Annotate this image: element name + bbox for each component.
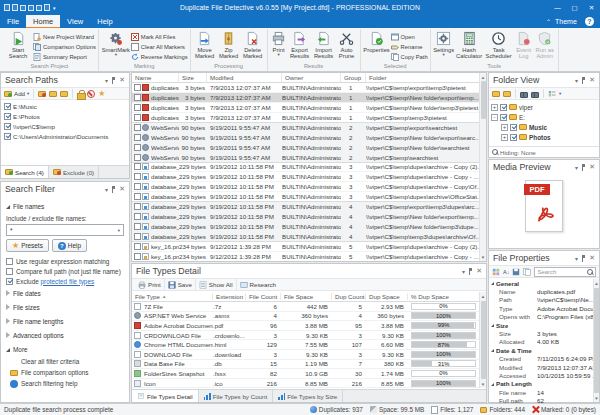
scroll-down-icon[interactable]: ▼ (480, 253, 487, 261)
row-checkbox[interactable] (134, 243, 141, 250)
filter-help-button[interactable]: ?Help (52, 239, 87, 252)
file-type-row[interactable]: Icon .ico 216 8.85 MB 216 8.85 MB 100% (132, 379, 479, 389)
file-type-row[interactable]: Chrome HTML Document .html 129 7.55 MB 1… (132, 340, 479, 350)
properties-scrollbar[interactable]: ▲ ▼ (593, 279, 599, 402)
run-as-admin-button[interactable]: Run as Admin (534, 30, 556, 60)
column-header-group[interactable]: Group (341, 73, 366, 82)
theme-selector[interactable]: Theme ▾ (555, 18, 581, 25)
properties-button[interactable]: Properties (363, 30, 391, 53)
row-checkbox[interactable] (134, 173, 141, 180)
hash-calculator-button[interactable]: Hash Calculator (455, 30, 484, 60)
panel-menu-icon[interactable]: ▾ (105, 77, 108, 84)
presets-button[interactable]: ★Presets (6, 239, 49, 252)
property-row[interactable]: TypeAdobe Acrobat Docu... (489, 304, 593, 312)
section-more[interactable]: More (6, 342, 124, 356)
properties-search-input[interactable]: Search (534, 267, 596, 277)
add-path-button[interactable]: Add▾ (4, 90, 29, 97)
tree-checkbox[interactable] (510, 134, 517, 141)
result-row[interactable]: database_162.png 229 bytes 9/19/2012 10:… (132, 222, 479, 232)
result-row[interactable]: database_162.png 229 bytes 9/19/2012 10:… (132, 212, 479, 222)
move-marked-button[interactable]: Move Marked (193, 30, 217, 60)
comparison-options-button[interactable]: Comparison Options (33, 42, 96, 51)
result-row[interactable]: duplicates.pdf 3 bytes 7/9/2013 12:07:37… (132, 103, 479, 113)
filter-more-item[interactable]: File comparison options (6, 367, 124, 378)
filter-more-item[interactable]: Clear all filter criteria (6, 356, 124, 367)
start-search-button[interactable]: Start Search (3, 30, 33, 60)
rename-button[interactable]: Rename (391, 42, 428, 51)
column-header-size[interactable]: Size (179, 73, 207, 82)
col-file-space[interactable]: File Space (281, 293, 332, 300)
tab-file-types-by-count[interactable]: File Types by Count (199, 390, 274, 402)
tree-expander[interactable]: - (491, 114, 498, 121)
delete-marked-button[interactable]: Delete Marked (241, 30, 265, 60)
column-header-owner[interactable]: Owner (282, 73, 341, 82)
tab-file-types-by-size[interactable]: File Types by Size (273, 390, 343, 402)
file-type-row[interactable]: DOWNLOAD File .download 3 9.30 KB 3 9.30… (132, 350, 479, 360)
row-checkbox[interactable] (134, 144, 141, 151)
row-checkbox[interactable] (134, 114, 141, 121)
row-checkbox[interactable] (134, 233, 141, 240)
ribbon-tab[interactable]: Help (90, 15, 119, 28)
result-row[interactable]: key_16.png 234 bytes 9/12/2012 1:39:28 P… (132, 242, 479, 252)
property-row[interactable]: Opens withC:\Program Files (x86)... (489, 313, 593, 321)
maximize-button[interactable]: ▢ (566, 0, 583, 15)
exclude-protected-checkbox-row[interactable]: Exclude protected file types (6, 276, 124, 286)
save-types-button[interactable]: Save (165, 279, 196, 290)
research-button[interactable]: Research (237, 279, 279, 290)
mark-all-files-button[interactable]: Mark All Files (131, 32, 188, 41)
pin-icon[interactable] (582, 164, 585, 171)
property-row[interactable]: Created7/11/2015 6:24:09 PM (489, 355, 593, 363)
row-checkbox[interactable] (134, 163, 141, 170)
file-type-row[interactable]: 7Z File .7z 6 442 MB 5 2.93 MB 0% (132, 302, 479, 312)
print-button[interactable]: Print▾ (270, 30, 288, 58)
open-button[interactable]: Open (391, 32, 428, 41)
col-pct-dup-space[interactable]: % Dup Space (408, 293, 486, 300)
close-button[interactable]: ✕ (583, 0, 600, 15)
sort-az-icon[interactable]: A↓ (503, 269, 509, 275)
remove-path-icon[interactable] (38, 91, 46, 97)
copy-path-button[interactable]: Copy Path (391, 52, 428, 61)
search-path-item[interactable]: E:\Photos (1, 111, 129, 121)
property-row[interactable]: Allocated4.00 KB (489, 338, 593, 346)
section-file-names[interactable]: File names (6, 199, 124, 213)
block-icon[interactable] (87, 90, 95, 98)
scroll-up-icon[interactable]: ▲ (593, 279, 600, 287)
scroll-down-icon[interactable]: ▼ (593, 394, 600, 402)
result-row[interactable]: WebService.asmx 90 bytes 9/19/2011 9:55:… (132, 123, 479, 133)
file-type-row[interactable]: Adobe Acrobat Document .pdf 96 3.88 MB 9… (132, 321, 479, 331)
pin-icon[interactable] (112, 77, 115, 84)
file-type-row[interactable]: ASP.NET Web Service .asmx 4 360 bytes 4 … (132, 312, 479, 322)
collapse-folders-icon[interactable] (503, 91, 511, 97)
result-row[interactable]: key_16.png 234 bytes 9/12/2012 1:39:28 P… (132, 252, 479, 261)
path-checkbox[interactable] (4, 103, 11, 110)
result-row[interactable]: duplicates.pdf 3 bytes 7/9/2013 12:07:37… (132, 113, 479, 123)
result-row[interactable]: duplicates.pdf 3 bytes 7/9/2013 12:07:37… (132, 83, 479, 93)
auto-prune-button[interactable]: Auto Prune (336, 30, 358, 60)
column-header-folder[interactable]: Folder (366, 73, 486, 82)
property-row[interactable]: Path Length (489, 380, 593, 388)
tree-filter-icon[interactable] (548, 90, 556, 98)
path-checkbox[interactable] (4, 123, 11, 130)
tab-file-types-detail[interactable]: File Types Detail (132, 390, 199, 402)
file-type-row[interactable]: Data Base File .db 15 1.19 MB 7 380 KB 3… (132, 360, 479, 370)
search-path-item[interactable]: C:\Users\Administrator\Documents (1, 131, 129, 141)
new-project-wizard-button[interactable]: New Project Wizard (33, 32, 96, 41)
move-down-icon[interactable] (60, 91, 68, 97)
smartmark-button[interactable]: SmartMark▾ (101, 30, 131, 58)
qat-save-icon[interactable] (20, 5, 26, 11)
col-dup-count[interactable]: Dup Count (332, 293, 366, 300)
pin-icon[interactable] (112, 186, 115, 193)
path-checkbox[interactable] (4, 113, 11, 120)
filter-section-collapsed[interactable]: Advanced options (6, 328, 124, 342)
tree-node[interactable]: + Music (491, 122, 597, 132)
column-header-modified[interactable]: Modified (207, 73, 282, 82)
search-path-item[interactable]: \\viper\C$\temp (1, 121, 129, 131)
result-row[interactable]: database_162.png 229 bytes 9/19/2012 10:… (132, 232, 479, 242)
row-checkbox[interactable] (134, 213, 141, 220)
tree-expander[interactable]: + (501, 124, 508, 131)
result-row[interactable]: database_16.png 229 bytes 9/19/2012 10:1… (132, 182, 479, 192)
panel-menu-icon[interactable]: ▾ (575, 77, 578, 84)
ribbon-tab[interactable]: Home (26, 15, 60, 28)
find-icon[interactable] (520, 91, 528, 97)
tab-search[interactable]: Search (4) (1, 166, 49, 178)
